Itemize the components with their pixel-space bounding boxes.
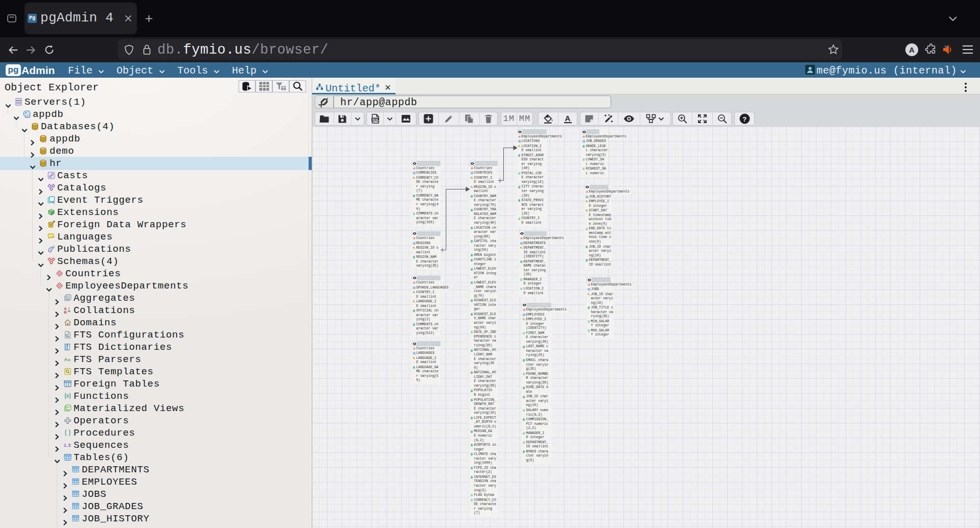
svg-text:SQL: SQL [372,118,379,122]
svg-text:?: ? [742,115,746,123]
svg-text:a: a [68,357,71,362]
svg-text:1.3: 1.3 [64,443,71,448]
svg-text:A: A [565,114,570,123]
svg-text:B: B [64,310,67,315]
